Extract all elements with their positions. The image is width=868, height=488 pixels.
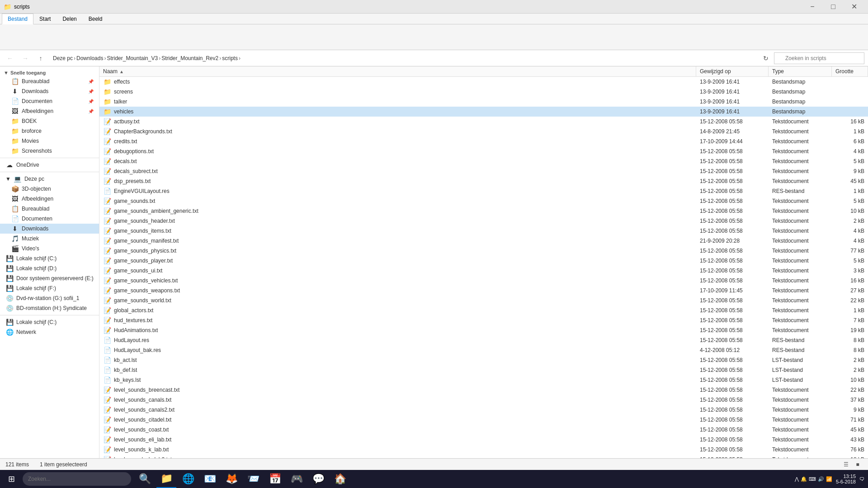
sidebar-item-screenshots[interactable]: 📁 Screenshots [0,146,99,156]
taskbar-cortana[interactable]: 🔍 [135,470,155,488]
table-row[interactable]: 📝 level_sounds_coast.txt 15-12-2008 05:5… [99,425,868,435]
sidebar-item-netwerk[interactable]: 🌐 Netwerk [0,327,99,337]
view-list-button[interactable]: ☰ [841,460,851,469]
table-row[interactable]: 📝 decals_subrect.txt 15-12-2008 05:58 Te… [99,166,868,176]
table-row[interactable]: 📝 game_sounds_physics.txt 15-12-2008 05:… [99,246,868,256]
taskbar-clock[interactable]: 13:15 5-6-2018 [834,474,858,484]
taskbar-mail[interactable]: 📧 [200,470,220,488]
table-row[interactable]: 📝 level_sounds_k_lab2.txt 15-12-2008 05:… [99,455,868,458]
sidebar-item-bd-h[interactable]: 💿 BD-romstation (H:) Syndicate [0,303,99,313]
table-row[interactable]: 📝 credits.txt 17-10-2009 14:44 Tekstdocu… [99,136,868,146]
notification-center-icon[interactable]: 🗨 [859,476,864,482]
close-button[interactable]: ✕ [844,0,864,14]
sidebar-item-systeem-e[interactable]: 💾 Door systeem gereserveerd (E:) [0,273,99,283]
sidebar-item-documenten[interactable]: 📄 Documenten [0,214,99,224]
table-row[interactable]: 📝 ChapterBackgrounds.txt 14-8-2009 21:45… [99,127,868,136]
start-button[interactable]: ⊞ [0,470,23,488]
table-row[interactable]: 📝 debugoptions.txt 15-12-2008 05:58 Teks… [99,146,868,156]
sidebar-item-bureaublad-2[interactable]: 📋 Bureaublad [0,204,99,214]
table-row[interactable]: 📝 hud_textures.txt 15-12-2008 05:58 Teks… [99,315,868,325]
tab-start[interactable]: Start [33,14,57,24]
tab-delen[interactable]: Delen [57,14,82,24]
table-row[interactable]: 📝 game_sounds_ambient_generic.txt 15-12-… [99,206,868,216]
up-button[interactable]: ↑ [34,52,47,65]
sidebar-item-muziek[interactable]: 🎵 Muziek [0,234,99,244]
taskbar-skype[interactable]: 💬 [308,470,328,488]
maximize-button[interactable]: □ [823,0,844,14]
sidebar-item-lokale-c[interactable]: 💾 Lokale schijf (C:) [0,253,99,263]
table-row[interactable]: 📝 level_sounds_k_lab.txt 15-12-2008 05:5… [99,445,868,455]
table-row[interactable]: 📝 level_sounds_eli_lab.txt 15-12-2008 05… [99,435,868,445]
table-row[interactable]: 📝 game_sounds_world.txt 15-12-2008 05:58… [99,296,868,305]
sidebar-item-deze-pc[interactable]: ▼ 💻 Deze pc [0,174,99,184]
table-row[interactable]: 📝 game_sounds_weapons.txt 17-10-2009 11:… [99,286,868,296]
tab-beeld[interactable]: Beeld [83,14,108,24]
forward-button[interactable]: → [19,52,32,65]
sidebar-item-lokale-f[interactable]: 💾 Lokale schijf (F:) [0,283,99,293]
sidebar-item-onedrive[interactable]: ☁ OneDrive [0,160,99,170]
table-row[interactable]: 📄 HudLayout_bak.res 4-12-2008 05:12 RES-… [99,345,868,355]
table-row[interactable]: 📝 game_sounds_player.txt 15-12-2008 05:5… [99,256,868,266]
sidebar-item-downloads-quick[interactable]: ⬇ Downloads 📌 [0,86,99,96]
quick-access-label[interactable]: ▼ Snelle toegang [0,68,99,76]
sidebar-item-afbeeldingen-quick[interactable]: 🖼 Afbeeldingen 📌 [0,106,99,116]
volume-icon[interactable]: 🔊 [818,476,824,482]
taskbar-thunderbird[interactable]: 📨 [243,470,263,488]
table-row[interactable]: 📝 level_sounds_citadel.txt 15-12-2008 05… [99,415,868,425]
table-row[interactable]: 📝 game_sounds.txt 15-12-2008 05:58 Tekst… [99,196,868,206]
table-row[interactable]: 📁 effects 13-9-2009 16:41 Bestandsmap [99,77,868,87]
view-grid-button[interactable]: ■ [853,460,863,469]
sidebar-item-bureaublad[interactable]: 📋 Bureaublad 📌 [0,76,99,86]
table-row[interactable]: 📝 game_sounds_header.txt 15-12-2008 05:5… [99,216,868,226]
table-row[interactable]: 📄 EngineVGUILayout.res 15-12-2008 05:58 … [99,186,868,196]
table-row[interactable]: 📄 kb_keys.lst 15-12-2008 05:58 LST-besta… [99,375,868,385]
back-button[interactable]: ← [4,52,16,65]
sidebar-item-lokale-d[interactable]: 💾 Lokale schijf (D:) [0,263,99,273]
col-header-naam[interactable]: Naam ▲ [99,66,696,76]
taskbar-extra[interactable]: 🏠 [330,470,350,488]
sidebar-item-afbeeldingen[interactable]: 🖼 Afbeeldingen [0,194,99,204]
taskbar-edge[interactable]: 🌐 [178,470,198,488]
minimize-button[interactable]: − [802,0,823,14]
taskbar-explorer[interactable]: 📁 [156,470,176,488]
refresh-button[interactable]: ↻ [760,53,771,64]
sidebar-item-lokale-c2[interactable]: 💾 Lokale schijf (C:) [0,317,99,327]
table-row[interactable]: 📁 talker 13-9-2009 16:41 Bestandsmap [99,97,868,107]
table-row[interactable]: 📝 HudAnimations.txt 15-12-2008 05:58 Tek… [99,325,868,335]
sidebar-item-boek[interactable]: 📁 BOEK [0,116,99,126]
taskbar-firefox[interactable]: 🦊 [222,470,241,488]
table-row[interactable]: 📁 screens 13-9-2009 16:41 Bestandsmap [99,87,868,97]
network-tray-icon[interactable]: 📶 [826,476,832,482]
sidebar-item-broforce[interactable]: 📁 broforce [0,126,99,136]
col-header-grootte[interactable]: Grootte [832,66,868,76]
table-row[interactable]: 📝 dsp_presets.txt 15-12-2008 05:58 Tekst… [99,176,868,186]
breadcrumb[interactable]: Deze pc › Downloads › Strider_Mountain_V… [50,52,758,64]
table-row[interactable]: 📝 global_actors.txt 15-12-2008 05:58 Tek… [99,305,868,315]
col-header-gewijzigd[interactable]: Gewijzigd op [696,66,769,76]
taskbar-game[interactable]: 🎮 [287,470,307,488]
sidebar-item-movies[interactable]: 📁 Movies [0,136,99,146]
table-row[interactable]: 📝 level_sounds_breencast.txt 15-12-2008 … [99,385,868,395]
taskbar-search-input[interactable] [23,472,131,486]
table-row[interactable]: 📝 level_sounds_canals2.txt 15-12-2008 05… [99,405,868,415]
table-row[interactable]: 📝 game_sounds_items.txt 15-12-2008 05:58… [99,226,868,236]
sidebar-item-documenten-quick[interactable]: 📄 Documenten 📌 [0,96,99,106]
tab-bestand[interactable]: Bestand [2,14,33,24]
sidebar-item-downloads[interactable]: ⬇ Downloads [0,224,99,234]
table-row[interactable]: 📝 game_sounds_manifest.txt 21-9-2009 20:… [99,236,868,246]
taskbar-calendar[interactable]: 📅 [265,470,285,488]
search-input[interactable] [774,52,864,64]
col-header-type[interactable]: Type [769,66,832,76]
tray-expand[interactable]: ⋀ [795,476,799,482]
table-row[interactable]: 📄 kb_act.lst 15-12-2008 05:58 LST-bestan… [99,355,868,365]
table-row[interactable]: 📝 actbusy.txt 15-12-2008 05:58 Tekstdocu… [99,117,868,127]
sidebar-item-videos[interactable]: 🎬 Video's [0,244,99,253]
sidebar-item-dvd-g[interactable]: 💿 Dvd-rw-station (G:) sofii_1 [0,293,99,303]
table-row[interactable]: 📄 kb_def.lst 15-12-2008 05:58 LST-bestan… [99,365,868,375]
table-row[interactable]: 📝 game_sounds_ui.txt 15-12-2008 05:58 Te… [99,266,868,276]
table-row[interactable]: 📝 game_sounds_vehicles.txt 15-12-2008 05… [99,276,868,286]
table-row[interactable]: 📁 vehicles 13-9-2009 16:41 Bestandsmap [99,107,868,117]
table-row[interactable]: 📝 level_sounds_canals.txt 15-12-2008 05:… [99,395,868,405]
sidebar-item-3d[interactable]: 📦 3D-objecten [0,184,99,194]
table-row[interactable]: 📝 decals.txt 15-12-2008 05:58 Tekstdocum… [99,156,868,166]
